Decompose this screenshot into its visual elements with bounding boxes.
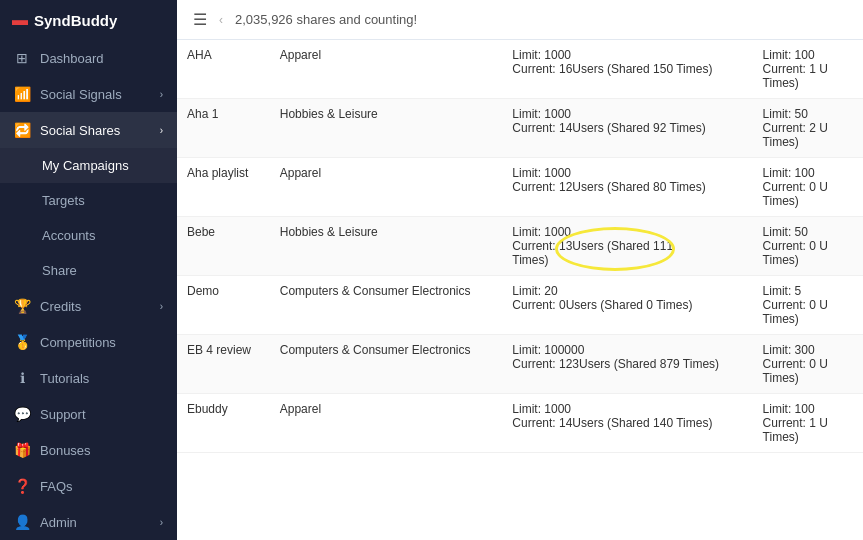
table-row: DemoComputers & Consumer ElectronicsLimi… <box>177 276 863 335</box>
campaign-category: Hobbies & Leisure <box>270 217 503 276</box>
sidebar-item-my-campaigns[interactable]: My Campaigns <box>0 148 177 183</box>
campaign-col4: Limit: 50Current: 2 UTimes) <box>753 99 863 158</box>
campaign-col3: Limit: 1000Current: 14Users (Shared 140 … <box>502 394 752 453</box>
sidebar-item-competitions[interactable]: 🥇Competitions <box>0 324 177 360</box>
campaign-category: Hobbies & Leisure <box>270 99 503 158</box>
sidebar-item-credits[interactable]: 🏆Credits› <box>0 288 177 324</box>
table-row: EbuddyApparelLimit: 1000Current: 14Users… <box>177 394 863 453</box>
sidebar-item-label-social-signals: Social Signals <box>40 87 122 102</box>
sidebar-item-label-credits: Credits <box>40 299 81 314</box>
support-icon: 💬 <box>14 406 30 422</box>
hamburger-icon[interactable]: ☰ <box>193 10 207 29</box>
campaign-col3: Limit: 20Current: 0Users (Shared 0 Times… <box>502 276 752 335</box>
dashboard-icon: ⊞ <box>14 50 30 66</box>
sidebar-item-label-share: Share <box>42 263 77 278</box>
campaign-name: Aha 1 <box>177 99 270 158</box>
topbar: ☰ ‹ 2,035,926 shares and counting! <box>177 0 863 40</box>
table-row: AHAApparelLimit: 1000Current: 16Users (S… <box>177 40 863 99</box>
sidebar-item-accounts[interactable]: Accounts <box>0 218 177 253</box>
sidebar-item-tutorials[interactable]: ℹTutorials <box>0 360 177 396</box>
content-area: AHAApparelLimit: 1000Current: 16Users (S… <box>177 40 863 540</box>
social-signals-icon: 📶 <box>14 86 30 102</box>
campaign-col4: Limit: 100Current: 1 UTimes) <box>753 394 863 453</box>
campaign-col4: Limit: 5Current: 0 UTimes) <box>753 276 863 335</box>
campaign-col4: Limit: 100Current: 0 UTimes) <box>753 158 863 217</box>
sidebar-item-label-admin: Admin <box>40 515 77 530</box>
campaigns-table: AHAApparelLimit: 1000Current: 16Users (S… <box>177 40 863 453</box>
table-row: EB 4 reviewComputers & Consumer Electron… <box>177 335 863 394</box>
campaign-name: Ebuddy <box>177 394 270 453</box>
faqs-icon: ❓ <box>14 478 30 494</box>
sidebar-item-label-tutorials: Tutorials <box>40 371 89 386</box>
admin-arrow-icon: › <box>160 517 163 528</box>
campaign-name: Bebe <box>177 217 270 276</box>
admin-icon: 👤 <box>14 514 30 530</box>
social-shares-icon: 🔁 <box>14 122 30 138</box>
table-row: Aha playlistApparelLimit: 1000Current: 1… <box>177 158 863 217</box>
sidebar-item-targets[interactable]: Targets <box>0 183 177 218</box>
campaign-col3: Limit: 100000Current: 123Users (Shared 8… <box>502 335 752 394</box>
sidebar-item-social-signals[interactable]: 📶Social Signals› <box>0 76 177 112</box>
campaign-name: Aha playlist <box>177 158 270 217</box>
sidebar-item-label-competitions: Competitions <box>40 335 116 350</box>
sidebar-item-label-support: Support <box>40 407 86 422</box>
share-count: 2,035,926 shares and counting! <box>235 12 417 27</box>
sidebar-item-label-my-campaigns: My Campaigns <box>42 158 129 173</box>
campaign-col4: Limit: 100Current: 1 UTimes) <box>753 40 863 99</box>
campaign-category: Computers & Consumer Electronics <box>270 276 503 335</box>
logo-text: SyndBuddy <box>34 12 117 29</box>
sidebar-item-share[interactable]: Share <box>0 253 177 288</box>
campaign-name: Demo <box>177 276 270 335</box>
campaign-col3: Limit: 1000Current: 12Users (Shared 80 T… <box>502 158 752 217</box>
social-shares-arrow-icon: › <box>160 125 163 136</box>
sidebar-item-label-faqs: FAQs <box>40 479 73 494</box>
sidebar-item-label-dashboard: Dashboard <box>40 51 104 66</box>
breadcrumb-arrow: ‹ <box>219 13 223 27</box>
sidebar-item-faqs[interactable]: ❓FAQs <box>0 468 177 504</box>
credits-icon: 🏆 <box>14 298 30 314</box>
sidebar-item-social-shares[interactable]: 🔁Social Shares› <box>0 112 177 148</box>
sidebar-item-label-bonuses: Bonuses <box>40 443 91 458</box>
campaign-category: Apparel <box>270 394 503 453</box>
sidebar-item-admin[interactable]: 👤Admin› <box>0 504 177 540</box>
campaign-name: EB 4 review <box>177 335 270 394</box>
sidebar-nav: ⊞Dashboard📶Social Signals›🔁Social Shares… <box>0 40 177 540</box>
sidebar-item-bonuses[interactable]: 🎁Bonuses <box>0 432 177 468</box>
credits-arrow-icon: › <box>160 301 163 312</box>
campaign-category: Computers & Consumer Electronics <box>270 335 503 394</box>
sidebar-item-label-social-shares: Social Shares <box>40 123 120 138</box>
campaign-col4: Limit: 300Current: 0 UTimes) <box>753 335 863 394</box>
campaign-category: Apparel <box>270 158 503 217</box>
table-row: Aha 1Hobbies & LeisureLimit: 1000Current… <box>177 99 863 158</box>
sidebar-item-support[interactable]: 💬Support <box>0 396 177 432</box>
campaign-col3: Limit: 1000Current: 13Users (Shared 111T… <box>502 217 752 276</box>
campaign-col4: Limit: 50Current: 0 UTimes) <box>753 217 863 276</box>
competitions-icon: 🥇 <box>14 334 30 350</box>
logo: ▬ SyndBuddy <box>0 0 177 40</box>
campaign-name: AHA <box>177 40 270 99</box>
campaign-col3: Limit: 1000Current: 14Users (Shared 92 T… <box>502 99 752 158</box>
sidebar-item-dashboard[interactable]: ⊞Dashboard <box>0 40 177 76</box>
campaign-col3: Limit: 1000Current: 16Users (Shared 150 … <box>502 40 752 99</box>
bonuses-icon: 🎁 <box>14 442 30 458</box>
table-row: BebeHobbies & LeisureLimit: 1000Current:… <box>177 217 863 276</box>
social-signals-arrow-icon: › <box>160 89 163 100</box>
sidebar: ▬ SyndBuddy ⊞Dashboard📶Social Signals›🔁S… <box>0 0 177 540</box>
sidebar-item-label-accounts: Accounts <box>42 228 95 243</box>
tutorials-icon: ℹ <box>14 370 30 386</box>
logo-icon: ▬ <box>12 11 28 29</box>
sidebar-item-label-targets: Targets <box>42 193 85 208</box>
campaign-category: Apparel <box>270 40 503 99</box>
main-content: ☰ ‹ 2,035,926 shares and counting! AHAAp… <box>177 0 863 540</box>
